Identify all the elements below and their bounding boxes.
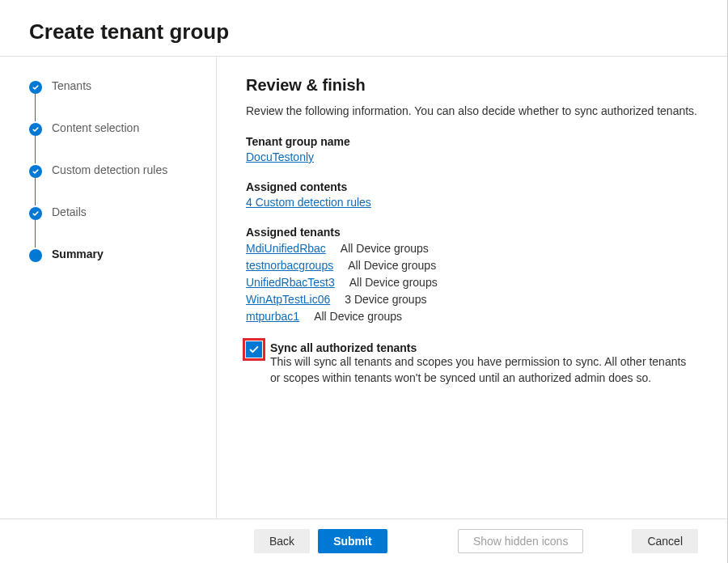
tenant-link[interactable]: mtpurbac1 <box>246 310 299 323</box>
tenant-scope: 3 Device groups <box>345 293 426 306</box>
wizard-step-4[interactable]: Summary <box>29 248 206 260</box>
step-done-icon <box>29 123 42 136</box>
wizard-steps: TenantsContent selectionCustom detection… <box>0 57 217 519</box>
show-hidden-icons-button[interactable]: Show hidden icons <box>458 529 584 553</box>
tenant-row: mtpurbac1All Device groups <box>246 308 698 325</box>
step-done-icon <box>29 81 42 94</box>
review-intro: Review the following information. You ca… <box>246 104 698 117</box>
tenant-link[interactable]: testnorbacgroups <box>246 259 333 272</box>
step-current-icon <box>29 249 42 262</box>
tenant-link[interactable]: UnifiedRbacTest3 <box>246 276 335 289</box>
step-done-icon <box>29 207 42 220</box>
wizard-step-3[interactable]: Details <box>29 205 206 248</box>
assigned-tenants-section: Assigned tenants MdiUnifiedRbacAll Devic… <box>246 226 698 325</box>
tenant-link[interactable]: MdiUnifiedRbac <box>246 242 326 255</box>
wizard-step-2[interactable]: Custom detection rules <box>29 163 206 205</box>
sync-checkbox[interactable] <box>246 341 262 358</box>
tenant-scope: All Device groups <box>349 276 438 289</box>
step-done-icon <box>29 165 42 178</box>
tenant-group-name-link[interactable]: DocuTestonly <box>246 150 314 163</box>
assigned-contents-label: Assigned contents <box>246 180 698 193</box>
wizard-step-0[interactable]: Tenants <box>29 79 206 121</box>
wizard-step-label: Details <box>52 205 87 218</box>
back-button[interactable]: Back <box>254 529 310 553</box>
wizard-step-label: Content selection <box>52 121 139 134</box>
wizard-step-label: Summary <box>52 248 104 260</box>
assigned-contents-link[interactable]: 4 Custom detection rules <box>246 196 371 209</box>
tenant-row: UnifiedRbacTest3All Device groups <box>246 274 698 291</box>
wizard-step-label: Tenants <box>52 79 91 92</box>
assigned-contents-section: Assigned contents 4 Custom detection rul… <box>246 180 698 210</box>
page-title: Create tenant group <box>29 19 698 44</box>
tenant-row: testnorbacgroupsAll Device groups <box>246 257 698 274</box>
sync-title: Sync all authorized tenants <box>270 341 691 354</box>
tenant-scope: All Device groups <box>348 259 436 272</box>
submit-button[interactable]: Submit <box>318 529 387 553</box>
wizard-footer: Back Submit Show hidden icons Cancel <box>0 519 727 563</box>
tenant-link[interactable]: WinAtpTestLic06 <box>246 293 330 306</box>
assigned-tenants-label: Assigned tenants <box>246 226 698 239</box>
tenant-row: WinAtpTestLic063 Device groups <box>246 291 698 308</box>
tenant-scope: All Device groups <box>341 242 429 255</box>
wizard-step-label: Custom detection rules <box>52 163 167 176</box>
review-heading: Review & finish <box>246 76 698 95</box>
wizard-step-1[interactable]: Content selection <box>29 121 206 163</box>
tenant-scope: All Device groups <box>314 310 402 323</box>
sync-description: This will sync all tenants and scopes yo… <box>270 354 691 386</box>
tenant-group-name-section: Tenant group name DocuTestonly <box>246 135 698 164</box>
sync-option: Sync all authorized tenants This will sy… <box>246 341 698 386</box>
tenant-row: MdiUnifiedRbacAll Device groups <box>246 240 698 257</box>
tenant-group-name-label: Tenant group name <box>246 135 698 148</box>
review-panel: Review & finish Review the following inf… <box>217 57 727 519</box>
check-icon <box>248 344 260 355</box>
cancel-button[interactable]: Cancel <box>632 529 698 553</box>
